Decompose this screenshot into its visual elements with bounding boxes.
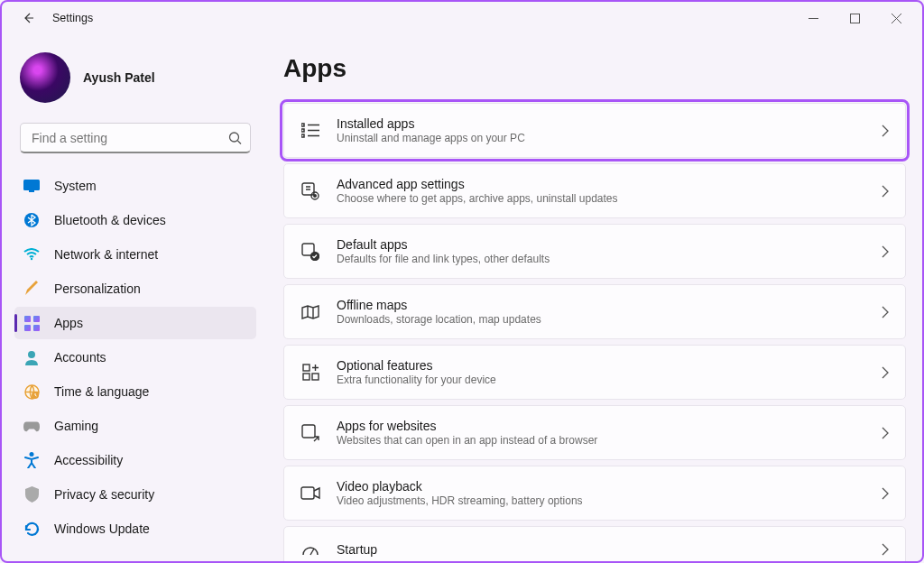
svg-rect-25 [302, 425, 315, 438]
svg-rect-3 [29, 190, 34, 192]
card-optional-features[interactable]: Optional featuresExtra functionality for… [283, 345, 906, 400]
minimize-icon [808, 14, 818, 23]
page-title: Apps [283, 54, 906, 83]
card-offline-maps[interactable]: Offline mapsDownloads, storage location,… [283, 284, 906, 339]
card-title: Optional features [337, 358, 882, 373]
sidebar-item-label: System [54, 179, 97, 193]
sidebar-item-label: Network & internet [54, 247, 158, 262]
wifi-icon [23, 246, 40, 263]
maximize-icon [850, 14, 860, 23]
svg-rect-7 [33, 316, 40, 322]
bluetooth-icon [23, 212, 40, 228]
sidebar-item-bluetooth[interactable]: Bluetooth & devices [14, 204, 256, 236]
shield-icon [23, 486, 40, 503]
card-installed-apps[interactable]: Installed appsUninstall and manage apps … [283, 103, 906, 158]
card-sub: Downloads, storage location, map updates [337, 313, 882, 326]
titlebar: Settings [2, 2, 922, 34]
app-check-icon [300, 242, 320, 262]
card-sub: Uninstall and manage apps on your PC [337, 132, 882, 144]
card-sub: Defaults for file and link types, other … [337, 253, 882, 265]
svg-rect-14 [301, 124, 304, 126]
globe-icon [23, 383, 40, 400]
sidebar-item-label: Accessibility [54, 453, 123, 467]
card-apps-for-websites[interactable]: Apps for websitesWebsites that can open … [283, 405, 906, 460]
video-icon [300, 484, 320, 503]
svg-rect-22 [303, 365, 310, 371]
card-sub: Websites that can open in an app instead… [337, 434, 882, 447]
svg-point-10 [28, 351, 35, 358]
window-controls [794, 5, 915, 31]
sidebar-item-privacy[interactable]: Privacy & security [14, 478, 256, 511]
avatar [20, 52, 70, 103]
maximize-button[interactable] [836, 5, 873, 31]
chevron-right-icon [882, 366, 889, 379]
close-icon [892, 14, 901, 23]
sidebar: Ayush Patel System Bluetooth & devices N… [2, 34, 263, 561]
window-title: Settings [52, 12, 93, 24]
user-name: Ayush Patel [83, 70, 155, 85]
card-default-apps[interactable]: Default appsDefaults for file and link t… [283, 224, 906, 279]
sidebar-item-label: Accounts [54, 350, 106, 365]
search-input[interactable] [20, 123, 251, 153]
arrow-left-icon [21, 11, 35, 25]
sidebar-item-label: Privacy & security [54, 487, 154, 502]
chevron-right-icon [882, 245, 889, 258]
svg-rect-9 [33, 325, 40, 331]
sidebar-item-gaming[interactable]: Gaming [14, 410, 256, 442]
card-title: Advanced app settings [337, 177, 882, 191]
sidebar-item-label: Bluetooth & devices [54, 213, 166, 227]
card-sub: Video adjustments, HDR streaming, batter… [337, 494, 882, 507]
card-title: Startup [337, 542, 882, 557]
gamepad-icon [23, 418, 40, 434]
app-gear-icon [300, 181, 320, 201]
card-title: Video playback [337, 479, 882, 494]
card-video-playback[interactable]: Video playbackVideo adjustments, HDR str… [283, 466, 906, 521]
chevron-right-icon [882, 543, 889, 556]
sidebar-item-apps[interactable]: Apps [14, 307, 256, 339]
close-button[interactable] [877, 5, 915, 31]
chevron-right-icon [882, 306, 889, 318]
card-sub: Extra functionality for your device [337, 374, 882, 386]
sidebar-item-personalization[interactable]: Personalization [14, 272, 256, 305]
sidebar-item-system[interactable]: System [14, 170, 256, 202]
grid-plus-icon [300, 363, 320, 383]
update-icon [23, 521, 40, 537]
person-icon [23, 349, 40, 365]
search-icon [228, 132, 242, 145]
svg-point-1 [230, 133, 239, 142]
svg-point-19 [314, 194, 317, 197]
svg-point-5 [31, 258, 32, 260]
nav: System Bluetooth & devices Network & int… [14, 170, 256, 545]
svg-rect-0 [850, 14, 859, 23]
sidebar-item-label: Time & language [54, 384, 149, 399]
search-box [20, 123, 251, 153]
sidebar-item-label: Apps [54, 316, 83, 330]
paintbrush-icon [23, 281, 40, 297]
svg-rect-15 [301, 129, 304, 132]
sidebar-item-label: Gaming [54, 419, 98, 433]
chevron-right-icon [882, 427, 889, 439]
profile[interactable]: Ayush Patel [14, 43, 256, 119]
app-arrow-icon [300, 423, 320, 443]
sidebar-item-accessibility[interactable]: Accessibility [14, 444, 256, 476]
minimize-button[interactable] [794, 5, 832, 31]
chevron-right-icon [882, 185, 889, 198]
svg-rect-24 [312, 374, 319, 380]
sidebar-item-label: Personalization [54, 282, 141, 296]
card-advanced-settings[interactable]: Advanced app settingsChoose where to get… [283, 163, 906, 218]
sidebar-item-accounts[interactable]: Accounts [14, 341, 256, 374]
svg-rect-2 [23, 180, 40, 190]
svg-point-13 [30, 452, 34, 457]
svg-rect-26 [301, 487, 314, 499]
card-sub: Choose where to get apps, archive apps, … [337, 192, 882, 205]
sidebar-item-time[interactable]: Time & language [14, 375, 256, 408]
sidebar-item-network[interactable]: Network & internet [14, 238, 256, 271]
list-icon [300, 121, 320, 141]
card-title: Default apps [337, 237, 882, 252]
card-startup[interactable]: Startup [283, 526, 906, 561]
sidebar-item-update[interactable]: Windows Update [14, 512, 256, 545]
card-title: Installed apps [337, 116, 882, 131]
back-button[interactable] [14, 5, 42, 32]
card-title: Apps for websites [337, 419, 882, 433]
svg-rect-8 [24, 325, 31, 331]
